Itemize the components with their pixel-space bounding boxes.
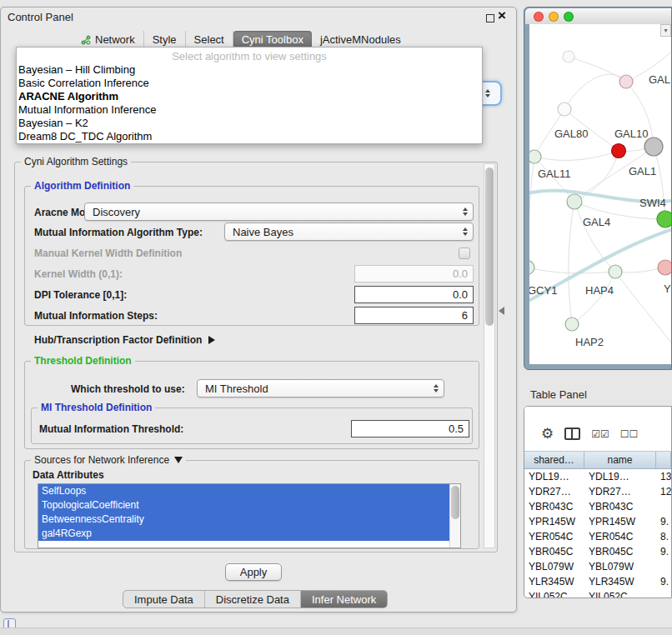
tab-jactivemnodules[interactable]: jActiveMNodules [312, 31, 409, 48]
node-label: GAL10 [614, 128, 648, 140]
node-gal11[interactable] [529, 150, 541, 163]
panel-splitter-arrow-icon[interactable] [499, 307, 504, 315]
dropdown-option[interactable]: Bayesian – Hill Climbing [17, 63, 482, 77]
table-row[interactable]: YDL19… YDL19… 13 [524, 469, 671, 484]
tab-discretize-data[interactable]: Discretize Data [205, 591, 301, 608]
close-icon[interactable]: × [498, 8, 506, 23]
tab-impute-data[interactable]: Impute Data [123, 591, 205, 608]
tab-select[interactable]: Select [186, 31, 233, 48]
split-pane-icon[interactable] [564, 428, 580, 440]
table-row[interactable]: YDR27… YDR27… 12 [524, 484, 671, 499]
close-light-icon[interactable] [534, 12, 544, 22]
dropdown-option-selected[interactable]: ARACNE Algorithm [17, 90, 482, 103]
list-item[interactable]: gal4RGexp [38, 527, 449, 541]
dropdown-option[interactable]: Bayesian – K2 [17, 117, 482, 130]
aracne-mode-select[interactable]: Discovery [84, 202, 474, 221]
zoom-light-icon[interactable] [564, 12, 574, 22]
node-label: GAL11 [538, 168, 571, 180]
settings-scrollbar[interactable] [484, 163, 495, 548]
table-row[interactable]: YER054C YER054C 8. [524, 529, 671, 544]
mi-threshold-field[interactable]: 0.5 [351, 420, 469, 438]
list-item[interactable]: SelfLoops [38, 484, 449, 498]
scrollbar-thumb[interactable] [485, 168, 494, 326]
cell [656, 559, 671, 574]
network-canvas[interactable]: GAL GAL80 GAL10 GAL11 GAL1 SWI4 GAL4 GCY… [529, 24, 671, 364]
selected-value: MI Threshold [205, 382, 268, 395]
list-item[interactable]: BetweennessCentrality [38, 512, 449, 527]
node-hap2[interactable] [565, 318, 579, 331]
mi-steps-field[interactable]: 6 [354, 307, 474, 324]
gear-icon[interactable]: ⚙ [541, 425, 554, 442]
scrollbar-thumb[interactable] [451, 486, 459, 519]
cell: YDR27… [584, 484, 656, 499]
float-window-icon[interactable] [486, 14, 494, 22]
cell: YBR043C [524, 499, 584, 514]
table-toolbar: ⚙ ☑☑ ☐☐ [524, 407, 671, 451]
column-header[interactable]: shared… [524, 452, 584, 468]
list-item[interactable]: TopologicalCoefficient [38, 498, 449, 512]
node-gal80[interactable] [558, 102, 571, 116]
cell: YLR345W [584, 574, 656, 589]
node-red[interactable] [612, 144, 626, 158]
tab-infer-network[interactable]: Infer Network [301, 591, 387, 608]
node-faint-top[interactable] [563, 51, 574, 62]
cell: YBL079W [584, 559, 656, 574]
tab-style[interactable]: Style [144, 31, 186, 48]
dropdown-option[interactable]: Dream8 DC_TDC Algorithm [17, 130, 482, 143]
which-threshold-label: Which threshold to use: [71, 383, 185, 395]
table-row[interactable]: YBR043C YBR043C [524, 499, 671, 514]
bottom-tab-bar: Impute Data Discretize Data Infer Networ… [123, 590, 388, 608]
dpi-tolerance-field[interactable]: 0.0 [354, 286, 474, 303]
tab-cyni-toolbox[interactable]: Cyni Toolbox [233, 31, 312, 48]
mi-type-select[interactable]: Naive Bayes [224, 222, 474, 241]
column-header[interactable]: name [584, 452, 656, 468]
kernel-width-field: 0.0 [354, 265, 474, 282]
table-row[interactable]: YPR145W YPR145W 9. [524, 514, 671, 529]
sources-toggle[interactable]: Sources for Network Inference [31, 454, 186, 466]
cell: YBR045C [524, 544, 584, 559]
selected-value: Discovery [93, 206, 140, 218]
cell: 9. [656, 574, 671, 589]
cell: YDL19… [524, 469, 584, 484]
manual-kernel-label: Manual Kernel Width Definition [34, 248, 182, 259]
dropdown-option[interactable]: Basic Correlation Inference [17, 77, 482, 90]
node-bright-green[interactable] [657, 211, 671, 228]
node-pink-top[interactable] [619, 75, 633, 88]
node-label: GCY1 [529, 284, 557, 297]
node-gal10-gray[interactable] [644, 138, 663, 156]
table-row[interactable]: YBR045C YBR045C 9. [524, 544, 671, 559]
node-label: Y [664, 282, 671, 295]
node-gcy1[interactable] [529, 261, 534, 274]
tab-network[interactable]: Network [73, 31, 144, 48]
manual-kernel-checkbox[interactable] [459, 248, 470, 259]
column-header[interactable] [656, 452, 671, 468]
table-row[interactable]: YLR345W YLR345W 9. [524, 574, 671, 589]
hub-definition-label: Hub/Transcription Factor Definition [34, 334, 202, 346]
field-value: 0.0 [453, 288, 468, 301]
dropdown-option[interactable]: Mutual Information Inference [17, 103, 482, 117]
dpi-tolerance-label: DPI Tolerance [0,1]: [34, 289, 127, 301]
select-columns-icon[interactable]: ☑☑ [591, 428, 609, 440]
table-row[interactable]: YIL052C YIL052C [524, 589, 671, 598]
deselect-columns-icon[interactable]: ☐☐ [620, 428, 639, 440]
node-pink-right[interactable] [658, 260, 671, 275]
tab-label: jActiveMNodules [320, 33, 401, 46]
table-row[interactable]: YBL079W YBL079W [524, 559, 671, 574]
minimize-light-icon[interactable] [549, 12, 559, 22]
node-mid-green[interactable] [609, 265, 622, 278]
field-value: 6 [462, 309, 468, 322]
canvas-scrollbar[interactable]: ▾ [660, 24, 671, 37]
apply-button[interactable]: Apply [225, 563, 282, 581]
window-title: Control Panel [8, 11, 73, 23]
node-label: HAP4 [585, 284, 614, 297]
expand-arrow-icon [208, 336, 215, 344]
which-threshold-select[interactable]: MI Threshold [197, 379, 444, 398]
list-scrollbar[interactable] [449, 484, 460, 548]
node-label: GAL [649, 73, 670, 86]
cell: YBR045C [584, 544, 656, 559]
node-label: GAL1 [629, 165, 656, 178]
cell: YLR345W [524, 574, 584, 589]
hub-definition-toggle[interactable]: Hub/Transcription Factor Definition [34, 334, 215, 346]
node-gal4[interactable] [567, 194, 582, 209]
mi-threshold-label: Mutual Information Threshold: [39, 423, 183, 435]
